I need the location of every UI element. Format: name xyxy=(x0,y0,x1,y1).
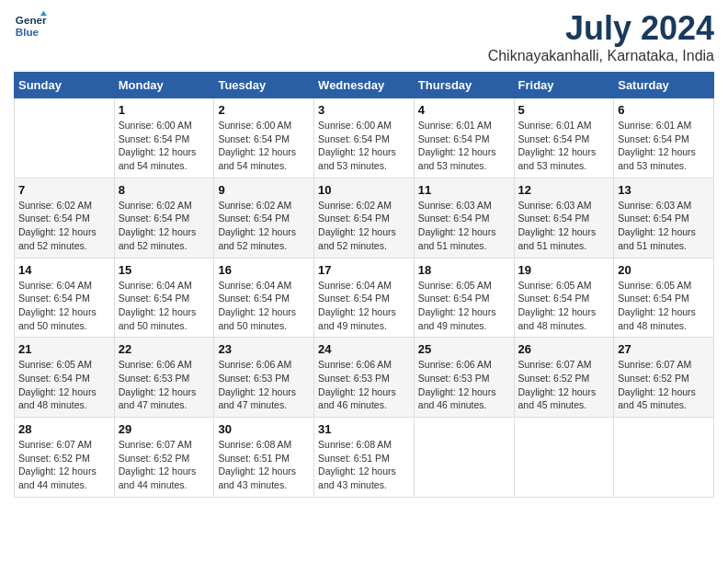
cell-w5-d3: 30Sunrise: 6:08 AMSunset: 6:51 PMDayligh… xyxy=(214,418,314,498)
cell-info: Sunrise: 6:05 AMSunset: 6:54 PMDaylight:… xyxy=(618,279,710,333)
cell-w3-d6: 19Sunrise: 6:05 AMSunset: 6:54 PMDayligh… xyxy=(514,258,614,338)
cell-w5-d2: 29Sunrise: 6:07 AMSunset: 6:52 PMDayligh… xyxy=(114,418,214,498)
cell-w2-d4: 10Sunrise: 6:02 AMSunset: 6:54 PMDayligh… xyxy=(314,178,415,258)
cell-w5-d4: 31Sunrise: 6:08 AMSunset: 6:51 PMDayligh… xyxy=(314,418,415,498)
date-number: 26 xyxy=(518,342,610,356)
cell-info: Sunrise: 6:02 AMSunset: 6:54 PMDaylight:… xyxy=(119,199,210,253)
cell-w3-d1: 14Sunrise: 6:04 AMSunset: 6:54 PMDayligh… xyxy=(15,258,115,338)
date-number: 21 xyxy=(18,342,110,356)
cell-w1-d6: 5Sunrise: 6:01 AMSunset: 6:54 PMDaylight… xyxy=(514,98,614,178)
cell-info: Sunrise: 6:04 AMSunset: 6:54 PMDaylight:… xyxy=(119,279,210,333)
cell-w3-d4: 17Sunrise: 6:04 AMSunset: 6:54 PMDayligh… xyxy=(314,258,415,338)
cell-w1-d3: 2Sunrise: 6:00 AMSunset: 6:54 PMDaylight… xyxy=(214,98,314,178)
date-number: 7 xyxy=(18,183,110,197)
date-number: 30 xyxy=(218,422,310,436)
cell-w4-d7: 27Sunrise: 6:07 AMSunset: 6:52 PMDayligh… xyxy=(614,338,714,418)
cell-w2-d5: 11Sunrise: 6:03 AMSunset: 6:54 PMDayligh… xyxy=(414,178,514,258)
cell-info: Sunrise: 6:04 AMSunset: 6:54 PMDaylight:… xyxy=(318,279,410,333)
date-number: 23 xyxy=(218,342,310,356)
cell-info: Sunrise: 6:08 AMSunset: 6:51 PMDaylight:… xyxy=(318,438,410,492)
date-number: 14 xyxy=(18,263,110,277)
header-sunday: Sunday xyxy=(15,73,115,98)
date-number: 12 xyxy=(518,183,610,197)
date-number: 20 xyxy=(618,263,710,277)
cell-w3-d5: 18Sunrise: 6:05 AMSunset: 6:54 PMDayligh… xyxy=(414,258,514,338)
week-row-1: 1Sunrise: 6:00 AMSunset: 6:54 PMDaylight… xyxy=(15,98,714,178)
cell-w5-d6 xyxy=(514,418,614,498)
date-number: 1 xyxy=(119,103,210,117)
calendar-table: SundayMondayTuesdayWednesdayThursdayFrid… xyxy=(14,72,714,498)
cell-info: Sunrise: 6:01 AMSunset: 6:54 PMDaylight:… xyxy=(618,119,710,173)
cell-w5-d7 xyxy=(614,418,714,498)
cell-info: Sunrise: 6:05 AMSunset: 6:54 PMDaylight:… xyxy=(418,279,510,333)
week-row-5: 28Sunrise: 6:07 AMSunset: 6:52 PMDayligh… xyxy=(15,418,714,498)
header-saturday: Saturday xyxy=(614,73,714,98)
header-friday: Friday xyxy=(514,73,614,98)
date-number: 29 xyxy=(119,422,210,436)
page-subtitle: Chiknayakanhalli, Karnataka, India xyxy=(488,48,714,64)
cell-info: Sunrise: 6:01 AMSunset: 6:54 PMDaylight:… xyxy=(418,119,510,173)
cell-w3-d7: 20Sunrise: 6:05 AMSunset: 6:54 PMDayligh… xyxy=(614,258,714,338)
date-number: 2 xyxy=(218,103,310,117)
cell-w2-d1: 7Sunrise: 6:02 AMSunset: 6:54 PMDaylight… xyxy=(15,178,115,258)
date-number: 5 xyxy=(518,103,610,117)
cell-info: Sunrise: 6:06 AMSunset: 6:53 PMDaylight:… xyxy=(318,358,410,412)
header-wednesday: Wednesday xyxy=(314,73,415,98)
cell-w4-d3: 23Sunrise: 6:06 AMSunset: 6:53 PMDayligh… xyxy=(214,338,314,418)
date-number: 22 xyxy=(119,342,210,356)
calendar-header-row: SundayMondayTuesdayWednesdayThursdayFrid… xyxy=(15,73,714,98)
logo: General Blue General Blue xyxy=(14,9,47,42)
cell-w3-d3: 16Sunrise: 6:04 AMSunset: 6:54 PMDayligh… xyxy=(214,258,314,338)
cell-w4-d1: 21Sunrise: 6:05 AMSunset: 6:54 PMDayligh… xyxy=(15,338,115,418)
cell-info: Sunrise: 6:02 AMSunset: 6:54 PMDaylight:… xyxy=(318,199,410,253)
cell-w1-d2: 1Sunrise: 6:00 AMSunset: 6:54 PMDaylight… xyxy=(114,98,214,178)
cell-info: Sunrise: 6:07 AMSunset: 6:52 PMDaylight:… xyxy=(18,438,110,492)
cell-info: Sunrise: 6:03 AMSunset: 6:54 PMDaylight:… xyxy=(418,199,510,253)
cell-w2-d7: 13Sunrise: 6:03 AMSunset: 6:54 PMDayligh… xyxy=(614,178,714,258)
cell-info: Sunrise: 6:05 AMSunset: 6:54 PMDaylight:… xyxy=(18,358,110,412)
header-tuesday: Tuesday xyxy=(214,73,314,98)
date-number: 13 xyxy=(618,183,710,197)
cell-info: Sunrise: 6:04 AMSunset: 6:54 PMDaylight:… xyxy=(18,279,110,333)
cell-w1-d1 xyxy=(15,98,115,178)
cell-w1-d5: 4Sunrise: 6:01 AMSunset: 6:54 PMDaylight… xyxy=(414,98,514,178)
header-monday: Monday xyxy=(114,73,214,98)
cell-info: Sunrise: 6:08 AMSunset: 6:51 PMDaylight:… xyxy=(218,438,310,492)
cell-info: Sunrise: 6:07 AMSunset: 6:52 PMDaylight:… xyxy=(119,438,210,492)
cell-w2-d2: 8Sunrise: 6:02 AMSunset: 6:54 PMDaylight… xyxy=(114,178,214,258)
title-area: July 2024 Chiknayakanhalli, Karnataka, I… xyxy=(488,9,714,64)
cell-w4-d6: 26Sunrise: 6:07 AMSunset: 6:52 PMDayligh… xyxy=(514,338,614,418)
date-number: 4 xyxy=(418,103,510,117)
cell-w1-d7: 6Sunrise: 6:01 AMSunset: 6:54 PMDaylight… xyxy=(614,98,714,178)
cell-w5-d5 xyxy=(414,418,514,498)
date-number: 17 xyxy=(318,263,410,277)
page-title: July 2024 xyxy=(488,9,714,48)
cell-w5-d1: 28Sunrise: 6:07 AMSunset: 6:52 PMDayligh… xyxy=(15,418,115,498)
cell-info: Sunrise: 6:00 AMSunset: 6:54 PMDaylight:… xyxy=(119,119,210,173)
cell-info: Sunrise: 6:04 AMSunset: 6:54 PMDaylight:… xyxy=(218,279,310,333)
header-thursday: Thursday xyxy=(414,73,514,98)
date-number: 16 xyxy=(218,263,310,277)
svg-text:Blue: Blue xyxy=(16,26,40,38)
cell-info: Sunrise: 6:03 AMSunset: 6:54 PMDaylight:… xyxy=(618,199,710,253)
cell-info: Sunrise: 6:02 AMSunset: 6:54 PMDaylight:… xyxy=(18,199,110,253)
cell-w2-d6: 12Sunrise: 6:03 AMSunset: 6:54 PMDayligh… xyxy=(514,178,614,258)
date-number: 10 xyxy=(318,183,410,197)
page-header: General Blue General Blue July 2024 Chik… xyxy=(14,9,714,64)
date-number: 24 xyxy=(318,342,410,356)
date-number: 25 xyxy=(418,342,510,356)
date-number: 3 xyxy=(318,103,410,117)
date-number: 27 xyxy=(618,342,710,356)
cell-info: Sunrise: 6:00 AMSunset: 6:54 PMDaylight:… xyxy=(218,119,310,173)
cell-w4-d4: 24Sunrise: 6:06 AMSunset: 6:53 PMDayligh… xyxy=(314,338,415,418)
cell-w2-d3: 9Sunrise: 6:02 AMSunset: 6:54 PMDaylight… xyxy=(214,178,314,258)
cell-info: Sunrise: 6:07 AMSunset: 6:52 PMDaylight:… xyxy=(618,358,710,412)
date-number: 8 xyxy=(119,183,210,197)
cell-w3-d2: 15Sunrise: 6:04 AMSunset: 6:54 PMDayligh… xyxy=(114,258,214,338)
cell-w1-d4: 3Sunrise: 6:00 AMSunset: 6:54 PMDaylight… xyxy=(314,98,415,178)
date-number: 9 xyxy=(218,183,310,197)
cell-info: Sunrise: 6:03 AMSunset: 6:54 PMDaylight:… xyxy=(518,199,610,253)
week-row-3: 14Sunrise: 6:04 AMSunset: 6:54 PMDayligh… xyxy=(15,258,714,338)
week-row-4: 21Sunrise: 6:05 AMSunset: 6:54 PMDayligh… xyxy=(15,338,714,418)
date-number: 31 xyxy=(318,422,410,436)
